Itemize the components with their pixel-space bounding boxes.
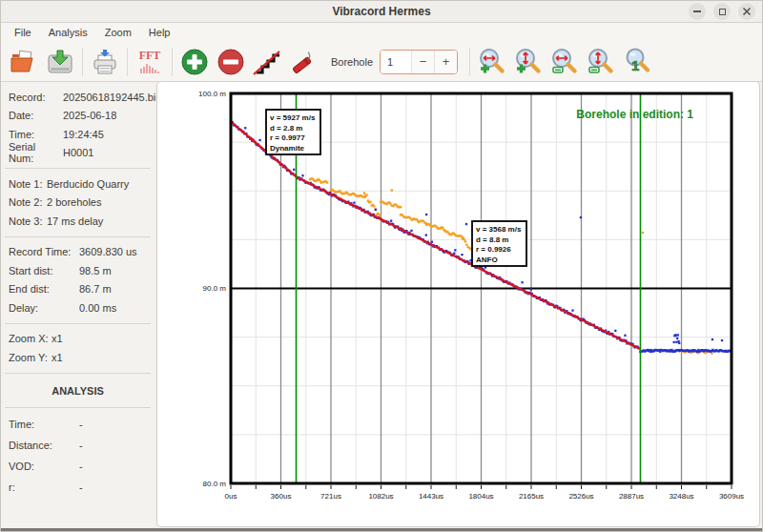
sidebar-divider <box>5 373 151 374</box>
zoom-in-x-button[interactable] <box>474 45 510 79</box>
open-file-icon <box>10 50 38 74</box>
x-tick-label: 3609us <box>719 492 744 501</box>
note2-label: Note 2: <box>9 196 47 208</box>
analysis-section-title: ANALYSIS <box>1 379 155 401</box>
open-file-button[interactable] <box>6 45 42 79</box>
save-button[interactable] <box>42 45 78 79</box>
toolbar-separator <box>127 48 128 76</box>
zoom-out-x-button[interactable] <box>546 45 583 79</box>
x-tick-label: 2165us <box>519 492 544 501</box>
borehole-control: Borehole 1 − + <box>331 50 458 74</box>
zoom-row: Zoom X:x1 <box>1 330 155 349</box>
notes-group: Note 1:Berducido Quarry Note 2:2 borehol… <box>1 174 155 231</box>
zoom-reset-button[interactable]: 1 <box>619 45 655 79</box>
minimize-button[interactable] <box>689 3 706 20</box>
toolbar-separator <box>172 48 173 76</box>
zoom-reset-icon: 1 <box>623 48 651 76</box>
x-tick-label: 2887us <box>619 492 644 501</box>
close-button[interactable] <box>738 3 755 20</box>
zoom-x-value: x1 <box>52 333 63 344</box>
note-row: Note 2:2 boreholes <box>1 194 155 213</box>
note1-label: Note 1: <box>9 178 47 190</box>
zoom-in-x-icon <box>478 48 506 76</box>
annotation-line: d = 2.8 m <box>270 124 302 133</box>
x-tick-label: 1082us <box>368 492 393 501</box>
borehole-increment-button[interactable]: + <box>434 51 457 73</box>
analysis-row: Time:- <box>1 414 155 435</box>
serial-value: H0001 <box>63 147 93 158</box>
y-tick-label: 80.0 m <box>203 480 227 488</box>
zoom-y-value: x1 <box>52 352 63 363</box>
zoom-x-label: Zoom X: <box>9 333 52 344</box>
print-button[interactable] <box>87 45 123 79</box>
note2-value: 2 boreholes <box>47 196 102 208</box>
x-tick-label: 3248us <box>669 492 693 501</box>
print-icon <box>91 49 119 75</box>
toolbar-separator <box>469 48 470 76</box>
vod-plot[interactable]: 0us360us721us1082us1443us1804us2165us252… <box>157 82 761 528</box>
zoom-in-y-icon <box>514 48 543 76</box>
borehole-value[interactable]: 1 <box>381 51 411 73</box>
stat-row: End dist:86.7 m <box>1 280 155 299</box>
vod-chart[interactable]: 0us360us721us1082us1443us1804us2165us252… <box>156 81 760 527</box>
record-time-value: 3609.830 us <box>79 246 137 257</box>
end-dist-value: 86.7 m <box>79 283 112 295</box>
note-row: Note 3:17 ms delay <box>1 212 155 231</box>
zoom-out-x-icon <box>550 48 579 76</box>
close-icon <box>742 7 752 16</box>
note3-label: Note 3: <box>9 215 47 227</box>
toolbar-separator <box>82 48 83 76</box>
serial-label: Serial Num: <box>9 141 63 164</box>
start-dist-label: Start dist: <box>9 265 79 276</box>
sidebar: Record:20250618192445.bin Date:2025-06-1… <box>1 82 155 531</box>
analysis-r-value: - <box>79 481 83 493</box>
date-value: 2025-06-18 <box>63 110 116 121</box>
note-row: Note 1:Berducido Quarry <box>1 174 155 194</box>
save-icon <box>46 49 74 75</box>
menu-zoom[interactable]: Zoom <box>96 25 140 40</box>
note1-value: Berducido Quarry <box>47 178 129 190</box>
borehole-in-edition-label: Borehole in edition: 1 <box>576 108 693 121</box>
x-tick-label: 721us <box>320 492 341 501</box>
stat-row: Delay:0.00 ms <box>1 298 155 317</box>
annotation-line: r = 0.9977 <box>270 133 305 142</box>
remove-button[interactable] <box>213 45 249 79</box>
title-bar: Vibracord Hermes <box>1 1 762 23</box>
menu-bar: File Analysis Zoom Help <box>1 23 762 42</box>
add-button[interactable] <box>176 45 213 79</box>
analysis-vod-label: VOD: <box>9 460 79 472</box>
window-title: Vibracord Hermes <box>332 5 430 18</box>
sidebar-divider <box>5 407 151 408</box>
fft-icon: FFT <box>134 48 166 76</box>
minimize-icon <box>693 10 701 12</box>
annotation-line: d = 8.8 m <box>476 235 508 244</box>
x-tick-label: 360us <box>271 492 292 501</box>
analysis-row: Distance:- <box>1 435 155 456</box>
analysis-time-value: - <box>79 419 83 430</box>
menu-analysis[interactable]: Analysis <box>40 25 96 40</box>
zoom-in-y-button[interactable] <box>510 45 546 79</box>
delay-label: Delay: <box>9 302 79 314</box>
analysis-group: Time:- Distance:- VOD:- r:- <box>1 414 155 498</box>
x-tick-label: 2526us <box>568 492 593 501</box>
app-window: Vibracord Hermes File Analysis Zoom Help <box>0 0 763 532</box>
date-label: Date: <box>9 110 63 121</box>
borehole-label: Borehole <box>331 56 373 68</box>
zoom-out-y-button[interactable] <box>583 45 619 79</box>
menu-help[interactable]: Help <box>140 25 179 40</box>
window-bottom-edge <box>1 528 762 531</box>
annotation-box-1: v = 5927 m/sd = 2.8 mr = 0.9977Dynamite <box>266 110 320 154</box>
stat-row: Record Time:3609.830 us <box>1 243 155 262</box>
time-value: 19:24:45 <box>63 129 104 140</box>
annotation-line: v = 5927 m/s <box>270 113 316 122</box>
maximize-button[interactable] <box>713 3 731 20</box>
stairs-button[interactable] <box>249 45 285 79</box>
borehole-decrement-button[interactable]: − <box>411 51 434 73</box>
annotation-line: Dynamite <box>270 144 305 153</box>
time-label: Time: <box>9 129 63 140</box>
remove-icon <box>217 48 245 76</box>
menu-file[interactable]: File <box>6 25 40 40</box>
dynamite-button[interactable] <box>285 45 321 79</box>
maximize-icon <box>719 9 726 15</box>
fft-button[interactable]: FFT <box>132 45 168 79</box>
